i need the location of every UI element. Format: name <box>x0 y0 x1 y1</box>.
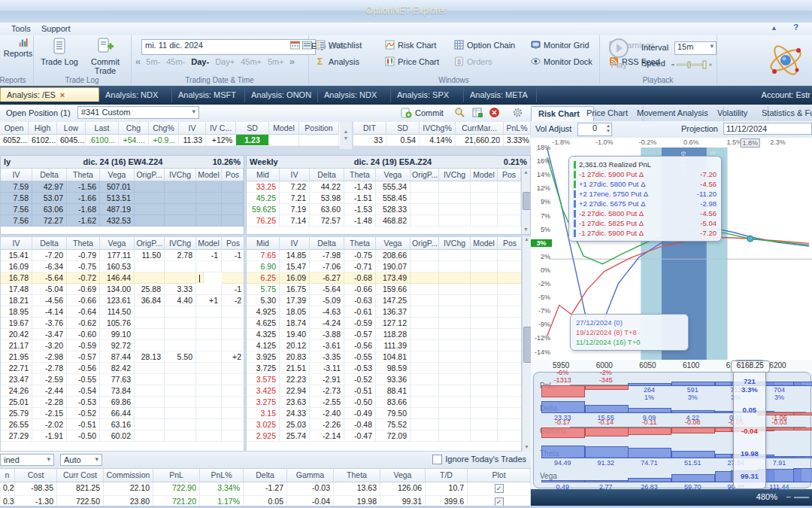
header-cell[interactable]: PnL% <box>200 469 244 482</box>
cell[interactable] <box>299 135 339 146</box>
cell[interactable] <box>222 374 244 385</box>
cell[interactable]: 146.44 <box>100 272 135 284</box>
cell[interactable]: 177.11 <box>100 250 135 261</box>
cell[interactable] <box>222 363 244 374</box>
cell[interactable]: 23.47 <box>1 374 32 385</box>
cell[interactable]: 87.44 <box>100 351 135 363</box>
cell[interactable]: 82.42 <box>100 363 135 374</box>
cell[interactable]: +2 <box>222 351 244 363</box>
cell[interactable] <box>439 193 471 204</box>
cell[interactable] <box>498 250 522 261</box>
monitor-dock-button[interactable]: Monitor Dock <box>531 56 601 66</box>
cell[interactable]: 33.25 <box>247 181 280 193</box>
cell[interactable] <box>498 385 522 397</box>
risk-chart[interactable]: 18%16%14%12%9%7%5%3%2%0%-2%-5%-7%-9%-12%… <box>531 138 812 360</box>
cell[interactable]: 16.09 <box>280 272 310 284</box>
cell[interactable]: 3.575 <box>247 374 280 385</box>
header-cell[interactable]: Vega <box>376 237 411 250</box>
analysis-button[interactable]: ΣAnalysis <box>316 56 377 66</box>
cell[interactable] <box>439 284 471 295</box>
cell[interactable]: -0.66 <box>344 284 376 295</box>
header-cell[interactable]: Gamma <box>287 469 334 482</box>
cell[interactable]: -0.53 <box>344 363 376 374</box>
cell[interactable]: -0.57 <box>344 329 376 340</box>
cell[interactable] <box>471 318 498 329</box>
cell[interactable] <box>222 340 244 351</box>
speed-slider[interactable] <box>671 60 712 69</box>
cell[interactable]: 18.95 <box>1 306 32 318</box>
header-cell[interactable]: IV <box>179 122 206 135</box>
cell[interactable]: 19.67 <box>1 318 32 329</box>
cell[interactable] <box>196 351 222 363</box>
cell[interactable]: 3.275 <box>247 397 280 408</box>
cell[interactable]: 11.50 <box>135 250 165 261</box>
cell[interactable]: 5.30 <box>247 295 280 306</box>
cell[interactable]: 4.325 <box>247 329 280 340</box>
cell[interactable] <box>498 318 522 329</box>
close-icon[interactable] <box>489 107 500 118</box>
cell[interactable]: 63.06 <box>32 204 67 215</box>
cell[interactable]: 24.33 <box>280 408 310 419</box>
header-cell[interactable]: Theta <box>334 469 380 482</box>
cell[interactable]: 123.61 <box>100 295 135 306</box>
header-cell[interactable]: Theta <box>67 169 100 181</box>
cell[interactable] <box>222 261 244 272</box>
cell[interactable]: 558.45 <box>376 193 411 204</box>
header-cell[interactable]: Chg% <box>149 122 179 135</box>
cell[interactable] <box>165 419 196 430</box>
cell[interactable]: ✓ <box>468 482 531 495</box>
cell[interactable] <box>439 250 471 261</box>
close-icon[interactable]: × <box>60 90 65 99</box>
header-cell[interactable]: Delta <box>310 169 344 181</box>
cell[interactable]: -0.66 <box>67 295 100 306</box>
commit-button-label[interactable]: Commit <box>415 108 444 117</box>
cell[interactable] <box>135 306 165 318</box>
cell[interactable]: 821.25 <box>57 482 104 495</box>
cell[interactable] <box>439 419 471 430</box>
reports-button[interactable]: Reports <box>2 38 34 58</box>
header-cell[interactable]: SD <box>386 122 420 135</box>
cell[interactable]: 507.01 <box>100 181 135 193</box>
cell[interactable] <box>135 340 165 351</box>
projection-date-input[interactable]: 11/12/2024 <box>723 123 812 135</box>
cell[interactable]: -7.98 <box>310 250 344 261</box>
header-cell[interactable]: Theta <box>67 237 100 250</box>
cell[interactable] <box>411 351 439 363</box>
chevron-up-icon[interactable]: ▲ <box>771 24 777 32</box>
cell[interactable]: -3.11 <box>310 363 344 374</box>
cell[interactable] <box>222 193 244 204</box>
cell[interactable] <box>269 135 299 146</box>
cell[interactable]: -2.55 <box>310 397 344 408</box>
cell[interactable] <box>471 306 498 318</box>
cell[interactable]: 42.97 <box>32 181 67 193</box>
cell[interactable]: 3.925 <box>247 351 280 363</box>
cell[interactable] <box>498 204 521 215</box>
header-cell[interactable]: OrigP... <box>411 169 439 181</box>
cell[interactable] <box>411 408 439 419</box>
cell[interactable]: 6102... <box>29 135 57 146</box>
header-cell[interactable]: Open <box>0 122 29 135</box>
cell[interactable]: -2.14 <box>310 430 344 442</box>
cell[interactable]: 4.14% <box>420 135 456 146</box>
cell[interactable]: 173.49 <box>376 272 411 284</box>
cell[interactable]: -6.27 <box>310 272 344 284</box>
cell[interactable]: 3.34% <box>200 482 244 495</box>
cell[interactable] <box>165 318 196 329</box>
nav-5m-[interactable]: 5m- <box>146 57 160 66</box>
tab-analysis-meta[interactable]: Analysis: META <box>464 88 537 102</box>
cell[interactable]: 53.98 <box>310 193 344 204</box>
header-cell[interactable]: Delta <box>310 237 344 250</box>
cell[interactable]: -1.53 <box>344 204 376 215</box>
cell[interactable]: -3.88 <box>310 329 344 340</box>
cell[interactable]: -1.51 <box>344 193 376 204</box>
cell[interactable]: 4.125 <box>247 340 280 351</box>
cell[interactable] <box>439 340 471 351</box>
cell[interactable]: -3.47 <box>32 329 67 340</box>
tab-analysis-spx[interactable]: Analysis: SPX <box>391 88 464 102</box>
cell[interactable] <box>222 385 244 397</box>
tab-analysis-ndx[interactable]: Analysis: NDX <box>318 88 391 102</box>
cell[interactable] <box>439 181 471 193</box>
cell[interactable]: -0.51 <box>67 419 100 430</box>
cell[interactable]: 17.48 <box>1 284 32 295</box>
cell[interactable]: 14.85 <box>280 250 310 261</box>
